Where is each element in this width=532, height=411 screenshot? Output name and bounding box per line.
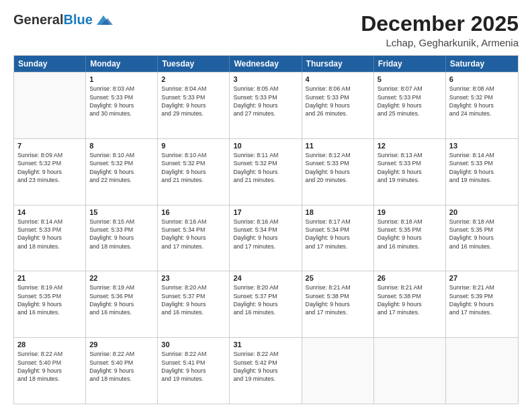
calendar-cell-6: 6Sunrise: 8:08 AM Sunset: 5:32 PM Daylig… — [446, 73, 518, 138]
weekday-header-friday: Friday — [374, 56, 446, 72]
weekday-header-saturday: Saturday — [446, 56, 518, 72]
calendar-cell-28: 28Sunrise: 8:22 AM Sunset: 5:40 PM Dayli… — [14, 338, 86, 404]
cell-day-number: 28 — [17, 340, 82, 349]
cell-day-number: 30 — [161, 340, 226, 349]
cell-info: Sunrise: 8:13 AM Sunset: 5:33 PM Dayligh… — [378, 151, 442, 184]
cell-day-number: 19 — [378, 208, 442, 216]
calendar-cell-15: 15Sunrise: 8:15 AM Sunset: 5:33 PM Dayli… — [86, 205, 158, 271]
cell-day-number: 5 — [378, 75, 442, 83]
cell-info: Sunrise: 8:22 AM Sunset: 5:42 PM Dayligh… — [233, 350, 298, 383]
calendar-cell-17: 17Sunrise: 8:16 AM Sunset: 5:34 PM Dayli… — [230, 205, 302, 271]
calendar-cell-21: 21Sunrise: 8:19 AM Sunset: 5:35 PM Dayli… — [14, 271, 86, 337]
calendar-cell-13: 13Sunrise: 8:14 AM Sunset: 5:33 PM Dayli… — [446, 139, 518, 205]
calendar-cell-27: 27Sunrise: 8:21 AM Sunset: 5:39 PM Dayli… — [446, 271, 518, 337]
cell-info: Sunrise: 8:14 AM Sunset: 5:33 PM Dayligh… — [17, 218, 82, 250]
cell-day-number: 26 — [378, 274, 442, 282]
calendar: SundayMondayTuesdayWednesdayThursdayFrid… — [13, 55, 519, 404]
cell-day-number: 31 — [233, 340, 298, 349]
cell-info: Sunrise: 8:11 AM Sunset: 5:32 PM Dayligh… — [233, 151, 298, 184]
calendar-cell-14: 14Sunrise: 8:14 AM Sunset: 5:33 PM Dayli… — [14, 205, 86, 271]
weekday-header-tuesday: Tuesday — [158, 56, 230, 72]
cell-info: Sunrise: 8:22 AM Sunset: 5:40 PM Dayligh… — [17, 350, 82, 383]
cell-info: Sunrise: 8:19 AM Sunset: 5:36 PM Dayligh… — [89, 283, 154, 316]
cell-day-number: 21 — [17, 274, 82, 282]
cell-info: Sunrise: 8:22 AM Sunset: 5:41 PM Dayligh… — [161, 350, 226, 383]
calendar-cell-30: 30Sunrise: 8:22 AM Sunset: 5:41 PM Dayli… — [158, 338, 230, 404]
cell-info: Sunrise: 8:06 AM Sunset: 5:33 PM Dayligh… — [306, 85, 370, 118]
cell-day-number: 2 — [161, 75, 226, 83]
title-block: December 2025 Lchap, Gegharkunik, Armeni… — [361, 12, 519, 48]
cell-info: Sunrise: 8:10 AM Sunset: 5:32 PM Dayligh… — [161, 151, 226, 184]
calendar-cell-4: 4Sunrise: 8:06 AM Sunset: 5:33 PM Daylig… — [302, 73, 374, 138]
page: GeneralBlue December 2025 Lchap, Geghark… — [0, 0, 532, 411]
cell-day-number: 4 — [306, 75, 370, 83]
calendar-cell-empty-0-0 — [14, 73, 86, 138]
calendar-cell-empty-4-6 — [446, 338, 518, 404]
cell-info: Sunrise: 8:19 AM Sunset: 5:35 PM Dayligh… — [17, 283, 82, 316]
weekday-header-monday: Monday — [86, 56, 158, 72]
cell-day-number: 17 — [233, 208, 298, 216]
cell-day-number: 8 — [89, 142, 154, 150]
cell-info: Sunrise: 8:18 AM Sunset: 5:35 PM Dayligh… — [449, 218, 515, 250]
cell-info: Sunrise: 8:20 AM Sunset: 5:37 PM Dayligh… — [161, 283, 226, 316]
calendar-cell-22: 22Sunrise: 8:19 AM Sunset: 5:36 PM Dayli… — [86, 271, 158, 337]
weekday-header-wednesday: Wednesday — [230, 56, 302, 72]
calendar-cell-26: 26Sunrise: 8:21 AM Sunset: 5:38 PM Dayli… — [374, 271, 446, 337]
calendar-cell-empty-4-4 — [302, 338, 374, 404]
cell-info: Sunrise: 8:21 AM Sunset: 5:38 PM Dayligh… — [306, 283, 370, 316]
weekday-header-thursday: Thursday — [302, 56, 374, 72]
cell-day-number: 22 — [89, 274, 154, 282]
cell-day-number: 6 — [449, 75, 515, 83]
calendar-cell-10: 10Sunrise: 8:11 AM Sunset: 5:32 PM Dayli… — [230, 139, 302, 205]
cell-day-number: 11 — [306, 142, 370, 150]
cell-info: Sunrise: 8:09 AM Sunset: 5:32 PM Dayligh… — [17, 151, 82, 184]
cell-day-number: 12 — [378, 142, 442, 150]
calendar-cell-31: 31Sunrise: 8:22 AM Sunset: 5:42 PM Dayli… — [230, 338, 302, 404]
cell-info: Sunrise: 8:04 AM Sunset: 5:33 PM Dayligh… — [161, 85, 226, 118]
calendar-row-2: 14Sunrise: 8:14 AM Sunset: 5:33 PM Dayli… — [14, 205, 518, 271]
header: GeneralBlue December 2025 Lchap, Geghark… — [13, 12, 519, 48]
calendar-cell-12: 12Sunrise: 8:13 AM Sunset: 5:33 PM Dayli… — [374, 139, 446, 205]
calendar-cell-9: 9Sunrise: 8:10 AM Sunset: 5:32 PM Daylig… — [158, 139, 230, 205]
cell-info: Sunrise: 8:10 AM Sunset: 5:32 PM Dayligh… — [89, 151, 154, 184]
cell-info: Sunrise: 8:22 AM Sunset: 5:40 PM Dayligh… — [89, 350, 154, 383]
cell-day-number: 14 — [17, 208, 82, 216]
cell-info: Sunrise: 8:17 AM Sunset: 5:34 PM Dayligh… — [306, 218, 370, 250]
weekday-header-sunday: Sunday — [14, 56, 86, 72]
calendar-cell-18: 18Sunrise: 8:17 AM Sunset: 5:34 PM Dayli… — [302, 205, 374, 271]
calendar-cell-16: 16Sunrise: 8:16 AM Sunset: 5:34 PM Dayli… — [158, 205, 230, 271]
cell-day-number: 16 — [161, 208, 226, 216]
cell-day-number: 25 — [306, 274, 370, 282]
cell-day-number: 15 — [89, 208, 154, 216]
cell-info: Sunrise: 8:16 AM Sunset: 5:34 PM Dayligh… — [233, 218, 298, 250]
cell-info: Sunrise: 8:05 AM Sunset: 5:33 PM Dayligh… — [233, 85, 298, 118]
calendar-cell-19: 19Sunrise: 8:18 AM Sunset: 5:35 PM Dayli… — [374, 205, 446, 271]
calendar-cell-23: 23Sunrise: 8:20 AM Sunset: 5:37 PM Dayli… — [158, 271, 230, 337]
cell-day-number: 9 — [161, 142, 226, 150]
cell-info: Sunrise: 8:07 AM Sunset: 5:33 PM Dayligh… — [378, 85, 442, 118]
logo-general-text: GeneralBlue — [13, 12, 93, 28]
cell-day-number: 3 — [233, 75, 298, 83]
calendar-row-0: 1Sunrise: 8:03 AM Sunset: 5:33 PM Daylig… — [14, 72, 518, 138]
cell-day-number: 20 — [449, 208, 515, 216]
cell-day-number: 29 — [89, 340, 154, 349]
cell-info: Sunrise: 8:14 AM Sunset: 5:33 PM Dayligh… — [449, 151, 515, 184]
calendar-cell-8: 8Sunrise: 8:10 AM Sunset: 5:32 PM Daylig… — [86, 139, 158, 205]
cell-info: Sunrise: 8:20 AM Sunset: 5:37 PM Dayligh… — [233, 283, 298, 316]
calendar-cell-11: 11Sunrise: 8:12 AM Sunset: 5:33 PM Dayli… — [302, 139, 374, 205]
cell-day-number: 1 — [89, 75, 154, 83]
calendar-body: 1Sunrise: 8:03 AM Sunset: 5:33 PM Daylig… — [14, 72, 518, 404]
calendar-cell-1: 1Sunrise: 8:03 AM Sunset: 5:33 PM Daylig… — [86, 73, 158, 138]
cell-day-number: 10 — [233, 142, 298, 150]
calendar-row-4: 28Sunrise: 8:22 AM Sunset: 5:40 PM Dayli… — [14, 337, 518, 404]
calendar-row-1: 7Sunrise: 8:09 AM Sunset: 5:32 PM Daylig… — [14, 138, 518, 205]
calendar-row-3: 21Sunrise: 8:19 AM Sunset: 5:35 PM Dayli… — [14, 271, 518, 337]
calendar-cell-empty-4-5 — [374, 338, 446, 404]
logo-icon — [94, 13, 113, 28]
cell-info: Sunrise: 8:12 AM Sunset: 5:33 PM Dayligh… — [306, 151, 370, 184]
cell-info: Sunrise: 8:03 AM Sunset: 5:33 PM Dayligh… — [89, 85, 154, 118]
calendar-header: SundayMondayTuesdayWednesdayThursdayFrid… — [14, 56, 518, 72]
calendar-cell-29: 29Sunrise: 8:22 AM Sunset: 5:40 PM Dayli… — [86, 338, 158, 404]
calendar-cell-3: 3Sunrise: 8:05 AM Sunset: 5:33 PM Daylig… — [230, 73, 302, 138]
cell-info: Sunrise: 8:21 AM Sunset: 5:38 PM Dayligh… — [378, 283, 442, 316]
